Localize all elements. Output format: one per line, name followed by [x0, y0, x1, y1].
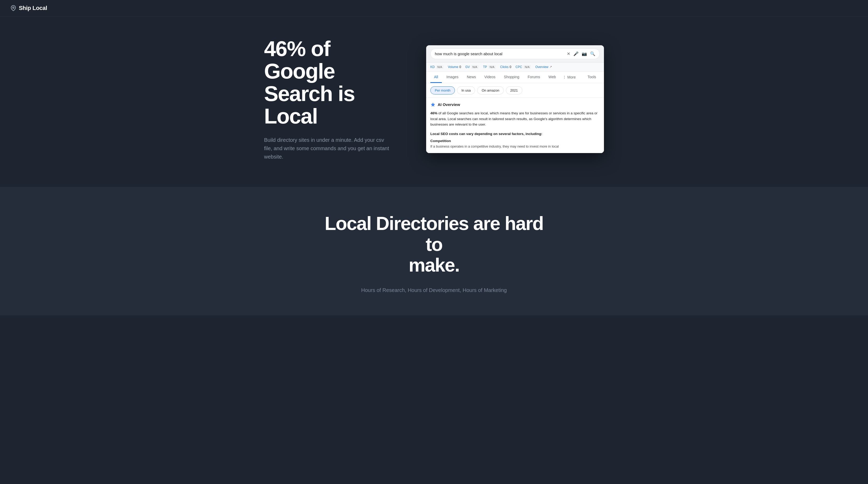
- seo-metrics-bar: KD N/A Volume 0 GV N/A TP N/A Clicks 0 C…: [426, 62, 604, 72]
- lower-title-line1: Local Directories are hard to: [325, 213, 543, 255]
- ai-body-text: of all Google searches are local, which …: [430, 111, 597, 126]
- camera-icon[interactable]: 📷: [582, 51, 587, 56]
- ai-stat-percent: 46%: [430, 111, 437, 115]
- svg-point-0: [12, 7, 14, 8]
- tab-web[interactable]: Web: [545, 72, 560, 83]
- tab-forums[interactable]: Forums: [524, 72, 544, 83]
- filter-on-amazon[interactable]: On amazon: [477, 86, 503, 94]
- ai-overview-secondary: Local SEO costs can vary depending on se…: [430, 131, 600, 149]
- volume-metric: Volume 0: [448, 65, 461, 69]
- hero-title-line2: Search is Local: [264, 82, 355, 128]
- location-pin-icon: [10, 5, 16, 11]
- tp-label: TP: [483, 65, 487, 69]
- cpc-metric: CPC N/A: [516, 65, 531, 69]
- volume-value: 0: [459, 65, 461, 69]
- tp-metric: TP N/A: [483, 65, 496, 69]
- browser-screenshot: how much is google search about local ✕ …: [426, 45, 604, 153]
- tab-more[interactable]: ⋮ More: [561, 73, 578, 82]
- filter-2021[interactable]: 2021: [506, 86, 522, 94]
- tab-images[interactable]: Images: [443, 72, 462, 83]
- overview-metric[interactable]: Overview ↗: [535, 65, 552, 69]
- local-seo-costs-heading: Local SEO costs can vary depending on se…: [430, 131, 600, 137]
- tab-tools[interactable]: Tools: [584, 72, 600, 83]
- gv-tag: N/A: [471, 65, 479, 69]
- ai-overview-header: AI Overview: [430, 102, 600, 107]
- ai-overview-title: AI Overview: [438, 102, 460, 107]
- mic-icon[interactable]: 🎤: [574, 51, 579, 56]
- search-submit-icon[interactable]: 🔍: [590, 51, 595, 56]
- ai-overview-section: AI Overview 46% of all Google searches a…: [426, 98, 604, 153]
- kd-tag: N/A: [436, 65, 444, 69]
- lower-title-line2: make.: [409, 255, 459, 276]
- search-query-text: how much is google search about local: [435, 52, 502, 56]
- gv-metric: GV N/A: [465, 65, 479, 69]
- hero-title-line1: 46% of Google: [264, 37, 335, 83]
- volume-label: Volume: [448, 65, 458, 69]
- tab-news[interactable]: News: [463, 72, 479, 83]
- navbar: Ship Local: [0, 0, 868, 17]
- kd-metric: KD N/A: [430, 65, 444, 69]
- brand-name: Ship Local: [19, 5, 47, 11]
- overview-label: Overview: [535, 65, 548, 69]
- tp-tag: N/A: [488, 65, 496, 69]
- browser-search-bar: how much is google search about local ✕ …: [426, 45, 604, 62]
- ai-overview-body: 46% of all Google searches are local, wh…: [430, 110, 600, 127]
- google-search-input[interactable]: how much is google search about local ✕ …: [430, 49, 600, 59]
- gv-label: GV: [465, 65, 470, 69]
- hero-section: 46% of Google Search is Local Build dire…: [243, 17, 625, 187]
- filter-per-month[interactable]: Per month: [430, 86, 455, 94]
- cpc-label: CPC: [516, 65, 522, 69]
- clicks-value: 0: [509, 65, 512, 69]
- lower-section: Local Directories are hard to make. Hour…: [0, 187, 868, 315]
- filter-in-usa[interactable]: In usa: [457, 86, 475, 94]
- clear-icon[interactable]: ✕: [567, 51, 570, 56]
- clicks-metric: Clicks 0: [500, 65, 512, 69]
- kd-label: KD: [430, 65, 435, 69]
- lower-title: Local Directories are hard to make.: [316, 213, 552, 276]
- clicks-label: Clicks: [500, 65, 508, 69]
- hero-content: 46% of Google Search is Local Build dire…: [264, 37, 390, 161]
- competition-text: If a business operates in a competitive …: [430, 144, 600, 149]
- search-tabs-bar: All Images News Videos Shopping Forums W…: [426, 72, 604, 83]
- hero-title: 46% of Google Search is Local: [264, 37, 390, 127]
- logo-link[interactable]: Ship Local: [10, 5, 47, 11]
- tab-shopping[interactable]: Shopping: [500, 72, 523, 83]
- search-icon-group: ✕ 🎤 📷 🔍: [567, 51, 595, 56]
- ai-star-icon: [430, 102, 436, 107]
- cpc-tag: N/A: [523, 65, 531, 69]
- competition-heading: Competition: [430, 138, 600, 144]
- tab-all[interactable]: All: [430, 72, 442, 83]
- hero-subtitle: Build directory sites in under a minute.…: [264, 136, 390, 161]
- tab-videos[interactable]: Videos: [481, 72, 499, 83]
- filter-row: Per month In usa On amazon 2021: [426, 83, 604, 98]
- external-link-icon: ↗: [550, 65, 552, 68]
- lower-subtitle: Hours of Research, Hours of Development,…: [10, 286, 858, 294]
